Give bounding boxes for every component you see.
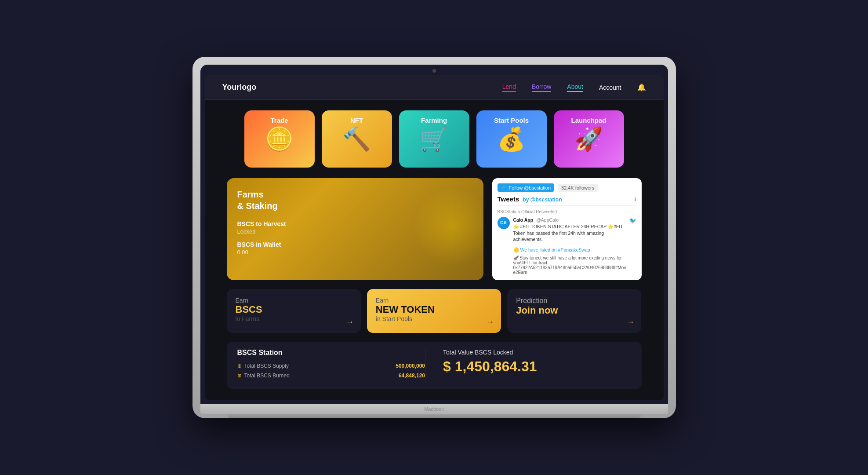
stat-burned-row: ⊕ Total BSCS Burned 64,848,120 — [237, 373, 425, 379]
app-header: Yourlogo Lend Borrow About Account 🔔 — [205, 75, 664, 100]
tweet-item-1: CA Calo App @AppCalo ⭐ #FIT TOKEN STATIC… — [498, 217, 636, 243]
tweet-name: Calo App @AppCalo — [513, 217, 626, 223]
tweet-pancakeswap: 🟡 We have listed on #PancakeSwap — [498, 247, 636, 253]
main-content: Trade 🪙 NFT 🔨 Farming 🛒 Start Pools — [205, 100, 664, 400]
earn-bscs-in-label: in Farms — [236, 315, 352, 322]
farms-harvest-label: BSCS to Harvest — [237, 220, 473, 227]
nav-item-lend[interactable]: Lend — [502, 83, 516, 92]
app-logo: Yourlogo — [222, 83, 257, 92]
stat-supply-value: 500,000,000 — [396, 363, 425, 369]
earn-new-token-arrow: → — [486, 318, 494, 327]
nft-icon: 🔨 — [342, 126, 371, 153]
farming-card-title: Farming — [421, 117, 447, 124]
startpools-icon: 💰 — [497, 126, 526, 153]
farming-icon: 🛒 — [420, 126, 448, 153]
earn-bscs-earn-label: Earn — [236, 297, 352, 304]
bscs-station-title: BSCS Station — [237, 349, 425, 357]
nav-item-about[interactable]: About — [567, 83, 583, 92]
earn-bscs-arrow: → — [346, 318, 354, 327]
promo-prediction[interactable]: Prediction Join now → — [507, 289, 641, 333]
trade-card-title: Trade — [270, 117, 288, 124]
prediction-arrow: → — [626, 318, 634, 327]
feature-card-trade[interactable]: Trade 🪙 — [244, 110, 315, 168]
feature-cards-row: Trade 🪙 NFT 🔨 Farming 🛒 Start Pools — [227, 110, 642, 168]
nft-card-title: NFT — [350, 117, 363, 124]
followers-badge: 32.4K followers — [558, 184, 598, 192]
stat-supply-row: ⊕ Total BSCS Supply 500,000,000 — [237, 363, 425, 369]
tweets-title: Tweets by @bscstation — [498, 195, 562, 203]
bell-icon[interactable]: 🔔 — [637, 83, 646, 91]
stat-burned-value: 64,848,120 — [399, 373, 425, 379]
earn-new-token-token: NEW TOKEN — [376, 304, 492, 315]
middle-row: Farms & Staking BSCS to Harvest Locked B… — [227, 178, 642, 280]
farms-staking-card: Farms & Staking BSCS to Harvest Locked B… — [227, 178, 483, 280]
stat-supply-label: ⊕ Total BSCS Supply — [237, 363, 289, 369]
farms-harvest-value: Locked — [237, 228, 473, 235]
supply-icon: ⊕ — [237, 363, 242, 369]
startpools-card-title: Start Pools — [494, 117, 529, 124]
earn-new-token-earn-label: Earn — [376, 297, 492, 304]
main-nav: Lend Borrow About Account 🔔 — [502, 83, 646, 92]
burned-icon: ⊕ — [237, 373, 242, 379]
stat-burned-label: ⊕ Total BSCS Burned — [237, 373, 290, 379]
tweet-contract: 🚀 Stay tuned, we still have a lot more e… — [498, 256, 636, 275]
tweets-header: 🐦 Follow @bscstation 32.4K followers — [498, 183, 636, 192]
tweet-avatar: CA — [498, 217, 510, 229]
farms-wallet-value: 0.00 — [237, 249, 473, 256]
farms-title: Farms & Staking — [237, 189, 473, 212]
tweet-content-1: ⭐ #FIT TOKEN STATIC AFTER 24H RECAP ⭐#FI… — [513, 223, 626, 243]
feature-card-farming[interactable]: Farming 🛒 — [399, 110, 469, 168]
twitter-bird-icon: 🐦 — [629, 217, 636, 243]
stats-row: BSCS Station ⊕ Total BSCS Supply 500,000… — [227, 342, 642, 389]
nav-account[interactable]: Account — [599, 84, 621, 91]
follow-button[interactable]: 🐦 Follow @bscstation — [498, 183, 555, 192]
prediction-label: Prediction — [516, 297, 632, 305]
tweets-by-row: Tweets by @bscstation ℹ — [498, 195, 636, 206]
tweets-handle: by @bscstation — [523, 197, 562, 203]
earn-new-token-in-label: in Start Pools — [376, 315, 492, 322]
feature-card-nft[interactable]: NFT 🔨 — [322, 110, 392, 168]
retweet-note: BSCStation Official Retweeted — [498, 209, 636, 214]
earn-bscs-token: BSCS — [236, 304, 352, 315]
info-icon: ℹ — [634, 196, 636, 202]
launchpad-card-title: Launchpad — [571, 117, 606, 124]
promo-earn-new-token[interactable]: Earn NEW TOKEN in Start Pools → — [367, 289, 501, 333]
total-locked-label: Total Value BSCS Locked — [443, 349, 631, 356]
farms-wallet-label: BSCS in Wallet — [237, 241, 473, 248]
stats-right: Total Value BSCS Locked $ 1,450,864.31 — [425, 349, 631, 382]
feature-card-launchpad[interactable]: Launchpad 🚀 — [554, 110, 624, 168]
promo-earn-bscs[interactable]: Earn BSCS in Farms → — [227, 289, 361, 333]
nav-item-borrow[interactable]: Borrow — [532, 83, 551, 92]
stats-left: BSCS Station ⊕ Total BSCS Supply 500,000… — [237, 349, 425, 382]
total-locked-value: $ 1,450,864.31 — [443, 358, 631, 375]
promo-row: Earn BSCS in Farms → Earn NEW TOKEN in S… — [227, 289, 642, 333]
feature-card-startpools[interactable]: Start Pools 💰 — [476, 110, 547, 168]
trade-icon: 🪙 — [265, 126, 294, 153]
launchpad-icon: 🚀 — [574, 126, 603, 153]
prediction-join: Join now — [516, 305, 632, 316]
twitter-icon: 🐦 — [501, 185, 507, 190]
tweets-card: 🐦 Follow @bscstation 32.4K followers Twe… — [492, 178, 642, 280]
